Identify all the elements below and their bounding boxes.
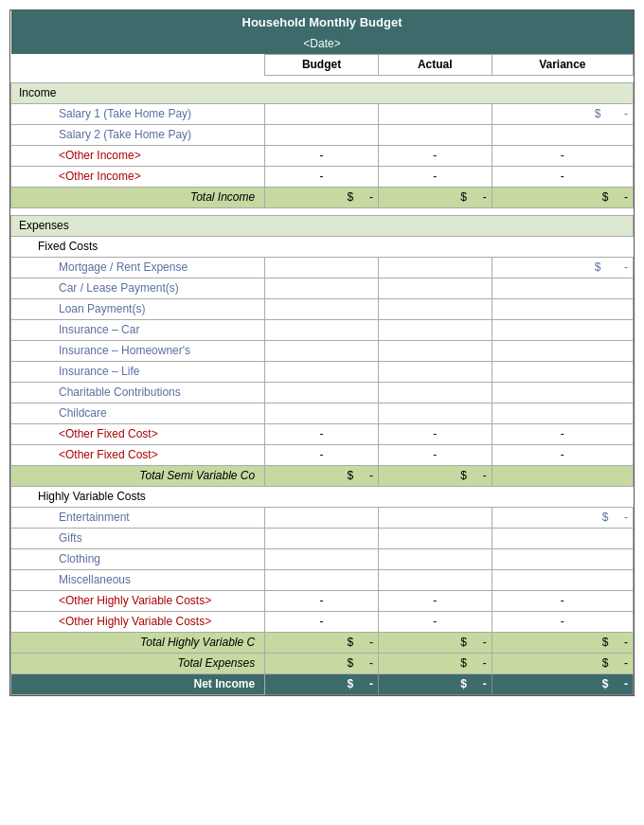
income-item-3-actual[interactable]: - (378, 166, 492, 187)
fixed-item-9-label: <Other Fixed Cost> (11, 444, 265, 465)
variable-item-2-variance[interactable] (492, 548, 633, 569)
fixed-row-8: <Other Fixed Cost> - - - (11, 423, 634, 444)
variable-item-3-variance[interactable] (492, 569, 633, 590)
fixed-item-8-label: <Other Fixed Cost> (11, 423, 265, 444)
variable-costs-label: Highly Variable Costs (11, 486, 634, 507)
fixed-item-0-budget[interactable] (265, 257, 379, 278)
total-exp-actual[interactable]: $ - (378, 653, 492, 673)
fixed-item-6-budget[interactable] (265, 382, 379, 403)
fixed-item-3-variance[interactable] (492, 319, 633, 340)
fixed-item-9-actual[interactable]: - (378, 444, 492, 465)
variable-row-4: <Other Highly Variable Costs> - - - (11, 590, 634, 611)
variable-item-4-variance[interactable]: - (492, 590, 633, 611)
fixed-item-4-variance[interactable] (492, 340, 633, 361)
fixed-row-7: Childcare (11, 403, 634, 423)
total-income-variance[interactable]: $ - (492, 187, 633, 207)
fixed-item-8-actual[interactable]: - (378, 423, 492, 444)
col-empty (11, 54, 265, 75)
variable-item-0-actual[interactable] (378, 507, 492, 528)
fixed-item-2-variance[interactable] (492, 298, 633, 319)
total-semi-variable-budget[interactable]: $ - (265, 465, 379, 486)
variable-item-3-label: Miscellaneous (11, 569, 265, 590)
total-expenses-row: Total Expenses $ - $ - $ - (11, 653, 634, 673)
variable-item-4-budget[interactable]: - (265, 590, 379, 611)
variable-item-5-budget[interactable]: - (265, 611, 379, 632)
fixed-item-1-actual[interactable] (378, 278, 492, 298)
fixed-item-7-budget[interactable] (265, 403, 379, 423)
variable-item-1-variance[interactable] (492, 528, 633, 548)
total-expenses-label: Total Expenses (11, 653, 265, 673)
variable-row-3: Miscellaneous (11, 569, 634, 590)
income-item-1-actual[interactable] (378, 124, 492, 145)
fixed-item-0-variance[interactable]: $ - (492, 257, 633, 278)
income-item-3-budget[interactable]: - (265, 166, 379, 187)
fixed-item-0-actual[interactable] (378, 257, 492, 278)
fixed-item-8-variance[interactable]: - (492, 423, 633, 444)
fixed-item-7-variance[interactable] (492, 403, 633, 423)
fixed-item-2-label: Loan Payment(s) (11, 298, 265, 319)
fixed-item-4-actual[interactable] (378, 340, 492, 361)
total-hv-variance[interactable]: $ - (492, 632, 633, 653)
income-item-1-budget[interactable] (265, 124, 379, 145)
total-exp-budget[interactable]: $ - (265, 653, 379, 673)
fixed-item-8-budget[interactable]: - (265, 423, 379, 444)
income-item-0-variance[interactable]: $ - (492, 103, 633, 124)
total-highly-variable-row: Total Highly Variable C $ - $ - $ - (11, 632, 634, 653)
income-item-2-variance[interactable]: - (492, 145, 633, 166)
income-item-1-variance[interactable] (492, 124, 633, 145)
spreadsheet-date: <Date> (11, 33, 634, 54)
income-item-0-actual[interactable] (378, 103, 492, 124)
fixed-item-2-actual[interactable] (378, 298, 492, 319)
fixed-item-6-label: Charitable Contributions (11, 382, 265, 403)
variable-item-2-budget[interactable] (265, 548, 379, 569)
variable-item-1-actual[interactable] (378, 528, 492, 548)
income-item-3-variance[interactable]: - (492, 166, 633, 187)
variable-item-5-actual[interactable]: - (378, 611, 492, 632)
variable-item-4-actual[interactable]: - (378, 590, 492, 611)
variable-item-1-budget[interactable] (265, 528, 379, 548)
fixed-item-4-budget[interactable] (265, 340, 379, 361)
fixed-row-0: Mortgage / Rent Expense $ - (11, 257, 634, 278)
fixed-row-9: <Other Fixed Cost> - - - (11, 444, 634, 465)
fixed-item-9-budget[interactable]: - (265, 444, 379, 465)
total-hv-budget[interactable]: $ - (265, 632, 379, 653)
fixed-item-2-budget[interactable] (265, 298, 379, 319)
fixed-item-1-budget[interactable] (265, 278, 379, 298)
total-income-actual[interactable]: $ - (378, 187, 492, 207)
income-item-0-budget[interactable] (265, 103, 379, 124)
total-income-budget[interactable]: $ - (265, 187, 379, 207)
fixed-item-9-variance[interactable]: - (492, 444, 633, 465)
net-income-variance[interactable]: $ - (492, 673, 633, 694)
variable-item-2-actual[interactable] (378, 548, 492, 569)
fixed-item-5-variance[interactable] (492, 361, 633, 382)
col-variance: Variance (492, 54, 633, 75)
fixed-row-3: Insurance – Car (11, 319, 634, 340)
fixed-item-5-budget[interactable] (265, 361, 379, 382)
fixed-row-4: Insurance – Homeowner's (11, 340, 634, 361)
fixed-item-3-budget[interactable] (265, 319, 379, 340)
net-income-budget[interactable]: $ - (265, 673, 379, 694)
fixed-item-4-label: Insurance – Homeowner's (11, 340, 265, 361)
variable-item-3-actual[interactable] (378, 569, 492, 590)
variable-item-2-label: Clothing (11, 548, 265, 569)
variable-item-5-variance[interactable]: - (492, 611, 633, 632)
fixed-item-1-variance[interactable] (492, 278, 633, 298)
variable-item-0-budget[interactable] (265, 507, 379, 528)
variable-item-3-budget[interactable] (265, 569, 379, 590)
income-section-label: Income (11, 82, 634, 103)
total-hv-actual[interactable]: $ - (378, 632, 492, 653)
total-exp-variance[interactable]: $ - (492, 653, 633, 673)
fixed-item-6-actual[interactable] (378, 382, 492, 403)
variable-item-0-variance[interactable]: $ - (492, 507, 633, 528)
fixed-item-5-actual[interactable] (378, 361, 492, 382)
total-semi-variable-actual[interactable]: $ - (378, 465, 492, 486)
fixed-item-6-variance[interactable] (492, 382, 633, 403)
variable-row-0: Entertainment $ - (11, 507, 634, 528)
fixed-item-7-actual[interactable] (378, 403, 492, 423)
variable-row-2: Clothing (11, 548, 634, 569)
income-item-2-actual[interactable]: - (378, 145, 492, 166)
fixed-item-3-actual[interactable] (378, 319, 492, 340)
net-income-actual[interactable]: $ - (378, 673, 492, 694)
income-item-2-budget[interactable]: - (265, 145, 379, 166)
total-semi-variable-variance[interactable] (492, 465, 633, 486)
